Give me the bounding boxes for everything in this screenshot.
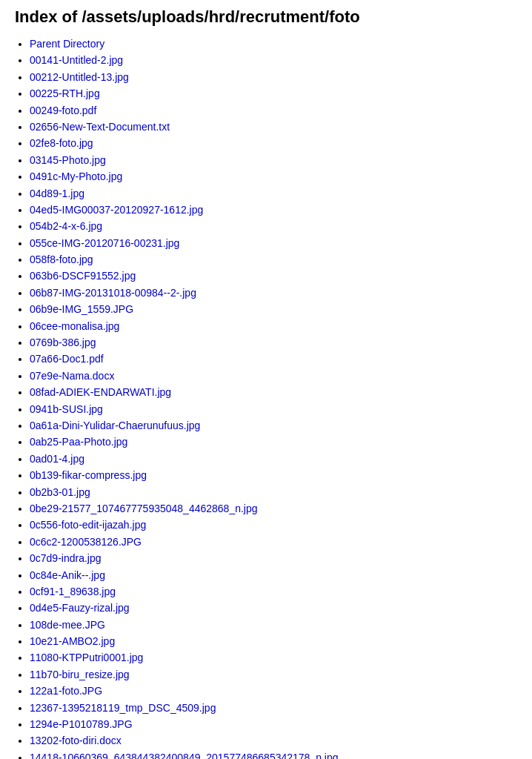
list-item: 00212-Untitled-13.jpg: [30, 69, 517, 85]
file-link[interactable]: 03145-Photo.jpg: [30, 154, 106, 166]
file-link[interactable]: 14418-10660369_643844382400849_201577486…: [30, 752, 339, 759]
file-link[interactable]: 04ed5-IMG00037-20120927-1612.jpg: [30, 204, 203, 216]
list-item: 0be29-21577_107467775935048_4462868_n.jp…: [30, 500, 517, 517]
list-item: 108de-mee.JPG: [30, 617, 517, 633]
file-link[interactable]: 0491c-My-Photo.jpg: [30, 170, 122, 182]
file-link[interactable]: 06b87-IMG-20131018-00984--2-.jpg: [30, 287, 196, 299]
list-item: 06cee-monalisa.jpg: [30, 318, 517, 334]
list-item: 02656-New-Text-Document.txt: [30, 119, 517, 135]
list-item: 063b6-DSCF91552.jpg: [30, 268, 517, 284]
list-item: Parent Directory: [30, 36, 517, 52]
list-item: 0b2b3-01.jpg: [30, 484, 517, 500]
list-item: 0769b-386.jpg: [30, 334, 517, 351]
file-link[interactable]: 0941b-SUSI.jpg: [30, 403, 103, 415]
list-item: 04ed5-IMG00037-20120927-1612.jpg: [30, 202, 517, 218]
list-item: 0941b-SUSI.jpg: [30, 401, 517, 417]
list-item: 0491c-My-Photo.jpg: [30, 168, 517, 185]
file-link[interactable]: 00212-Untitled-13.jpg: [30, 71, 129, 83]
file-link[interactable]: 10e21-AMBO2.jpg: [30, 635, 115, 647]
list-item: 00249-foto.pdf: [30, 102, 517, 119]
parent-directory-link[interactable]: Parent Directory: [30, 38, 104, 50]
file-link[interactable]: 0a61a-Dini-Yulidar-Chaerunufuus.jpg: [30, 420, 200, 431]
list-item: 14418-10660369_643844382400849_201577486…: [30, 749, 517, 759]
file-link[interactable]: 0be29-21577_107467775935048_4462868_n.jp…: [30, 503, 258, 514]
list-item: 1294e-P1010789.JPG: [30, 716, 517, 732]
file-link[interactable]: 00225-RTH.jpg: [30, 87, 100, 99]
file-link[interactable]: 02fe8-foto.jpg: [30, 137, 93, 149]
list-item: 0c7d9-indra.jpg: [30, 550, 517, 566]
file-link[interactable]: 0ab25-Paa-Photo.jpg: [30, 436, 127, 448]
list-item: 08fad-ADIEK-ENDARWATI.jpg: [30, 384, 517, 400]
file-link[interactable]: 07e9e-Nama.docx: [30, 370, 114, 382]
list-item: 00141-Untitled-2.jpg: [30, 52, 517, 68]
file-link[interactable]: 00249-foto.pdf: [30, 105, 96, 116]
list-item: 055ce-IMG-20120716-00231.jpg: [30, 235, 517, 251]
list-item: 00225-RTH.jpg: [30, 85, 517, 102]
file-link[interactable]: 0b2b3-01.jpg: [30, 486, 90, 498]
file-link[interactable]: 02656-New-Text-Document.txt: [30, 121, 170, 133]
file-link[interactable]: 11b70-biru_resize.jpg: [30, 669, 130, 680]
file-list: Parent Directory00141-Untitled-2.jpg0021…: [15, 36, 517, 759]
list-item: 0b139-fikar-compress.jpg: [30, 467, 517, 483]
list-item: 13202-foto-diri.docx: [30, 732, 517, 749]
file-link[interactable]: 12367-1395218119_tmp_DSC_4509.jpg: [30, 702, 216, 714]
file-link[interactable]: 122a1-foto.JPG: [30, 685, 102, 697]
list-item: 04d89-1.jpg: [30, 185, 517, 202]
list-item: 0d4e5-Fauzy-rizal.jpg: [30, 600, 517, 616]
file-link[interactable]: 0cf91-1_89638.jpg: [30, 586, 116, 597]
file-link[interactable]: 0c556-foto-edit-ijazah.jpg: [30, 519, 146, 531]
list-item: 07e9e-Nama.docx: [30, 368, 517, 384]
file-link[interactable]: 0c7d9-indra.jpg: [30, 552, 102, 564]
file-link[interactable]: 0d4e5-Fauzy-rizal.jpg: [30, 602, 130, 614]
list-item: 10e21-AMBO2.jpg: [30, 633, 517, 649]
list-item: 06b9e-IMG_1559.JPG: [30, 301, 517, 317]
file-link[interactable]: 08fad-ADIEK-ENDARWATI.jpg: [30, 386, 171, 398]
file-link[interactable]: 1294e-P1010789.JPG: [30, 718, 133, 730]
file-link[interactable]: 054b2-4-x-6.jpg: [30, 220, 102, 232]
file-link[interactable]: 0c6c2-1200538126.JPG: [30, 536, 142, 548]
list-item: 0c556-foto-edit-ijazah.jpg: [30, 517, 517, 533]
file-link[interactable]: 06cee-monalisa.jpg: [30, 320, 119, 332]
file-link[interactable]: 0c84e-Anik--.jpg: [30, 569, 105, 581]
list-item: 0c6c2-1200538126.JPG: [30, 534, 517, 550]
list-item: 0a61a-Dini-Yulidar-Chaerunufuus.jpg: [30, 417, 517, 434]
list-item: 122a1-foto.JPG: [30, 683, 517, 699]
file-link[interactable]: 00141-Untitled-2.jpg: [30, 54, 123, 66]
list-item: 11b70-biru_resize.jpg: [30, 666, 517, 683]
list-item: 12367-1395218119_tmp_DSC_4509.jpg: [30, 700, 517, 716]
file-link[interactable]: 055ce-IMG-20120716-00231.jpg: [30, 237, 179, 249]
list-item: 0c84e-Anik--.jpg: [30, 567, 517, 583]
list-item: 0cf91-1_89638.jpg: [30, 583, 517, 600]
list-item: 054b2-4-x-6.jpg: [30, 218, 517, 234]
list-item: 0ad01-4.jpg: [30, 451, 517, 467]
list-item: 11080-KTPPutri0001.jpg: [30, 649, 517, 666]
file-link[interactable]: 108de-mee.JPG: [30, 619, 105, 631]
file-link[interactable]: 0ad01-4.jpg: [30, 453, 84, 465]
list-item: 07a66-Doc1.pdf: [30, 351, 517, 367]
file-link[interactable]: 0b139-fikar-compress.jpg: [30, 469, 147, 481]
file-link[interactable]: 058f8-foto.jpg: [30, 253, 93, 265]
file-link[interactable]: 11080-KTPPutri0001.jpg: [30, 652, 143, 663]
file-link[interactable]: 04d89-1.jpg: [30, 188, 84, 199]
list-item: 03145-Photo.jpg: [30, 152, 517, 168]
file-link[interactable]: 063b6-DSCF91552.jpg: [30, 270, 136, 282]
page-title: Index of /assets/uploads/hrd/recrutment/…: [15, 7, 517, 27]
file-link[interactable]: 13202-foto-diri.docx: [30, 735, 122, 746]
list-item: 0ab25-Paa-Photo.jpg: [30, 434, 517, 450]
list-item: 02fe8-foto.jpg: [30, 135, 517, 151]
file-link[interactable]: 06b9e-IMG_1559.JPG: [30, 303, 133, 315]
file-link[interactable]: 0769b-386.jpg: [30, 337, 96, 348]
file-link[interactable]: 07a66-Doc1.pdf: [30, 353, 104, 365]
list-item: 058f8-foto.jpg: [30, 251, 517, 268]
list-item: 06b87-IMG-20131018-00984--2-.jpg: [30, 285, 517, 301]
